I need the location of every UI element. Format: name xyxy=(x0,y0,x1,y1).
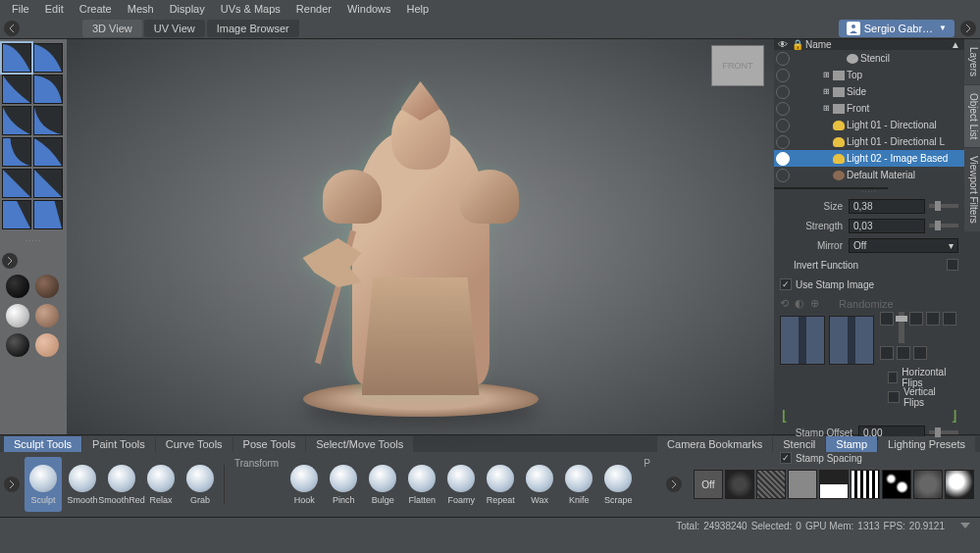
stamp-preset-3[interactable] xyxy=(788,470,817,499)
menu-create[interactable]: Create xyxy=(72,3,120,15)
tool-grab[interactable]: Grab xyxy=(181,457,219,512)
panel-grip[interactable]: ····· xyxy=(25,235,42,245)
tab-pose-tools[interactable]: Pose Tools xyxy=(233,436,306,452)
menu-help[interactable]: Help xyxy=(399,3,438,15)
stamp-scroll[interactable] xyxy=(666,477,682,492)
visibility-toggle[interactable] xyxy=(776,69,790,82)
menu-windows[interactable]: Windows xyxy=(339,3,399,15)
hflip-checkbox[interactable] xyxy=(888,372,898,383)
menu-file[interactable]: File xyxy=(4,3,37,15)
falloff-curve-10[interactable] xyxy=(33,169,63,198)
material-swatch-2[interactable] xyxy=(35,275,59,298)
tab-curve-tools[interactable]: Curve Tools xyxy=(156,436,232,452)
shelf-scroll-left[interactable] xyxy=(4,477,20,492)
tab-select-move-tools[interactable]: Select/Move Tools xyxy=(306,436,413,452)
material-swatch-5[interactable] xyxy=(6,333,29,357)
invert-checkbox[interactable] xyxy=(947,259,958,271)
visibility-toggle[interactable] xyxy=(776,52,790,66)
tab-image-browser[interactable]: Image Browser xyxy=(207,20,299,37)
tool-knife[interactable]: Knife xyxy=(560,457,597,512)
stamp-thumbnail-1[interactable] xyxy=(780,316,825,365)
stamp-flip-icon[interactable]: ◐ xyxy=(795,297,804,310)
tool-sculpt[interactable]: Sculpt xyxy=(25,457,62,512)
vflip-checkbox[interactable] xyxy=(888,391,900,403)
stamp-preset-2[interactable] xyxy=(756,470,786,499)
outliner-item-front[interactable]: ⊞Front xyxy=(774,100,964,117)
name-column-header[interactable]: Name xyxy=(805,39,832,50)
visibility-column-icon[interactable]: 👁 xyxy=(778,39,792,50)
visibility-toggle[interactable] xyxy=(776,169,790,182)
tab-lighting-presets[interactable]: Lighting Presets xyxy=(878,436,975,452)
outliner-item-light-01-directional[interactable]: Light 01 - Directional xyxy=(774,117,964,133)
stamp-rotate-icon[interactable]: ⟲ xyxy=(780,297,789,310)
falloff-curve-8[interactable] xyxy=(33,137,63,167)
visibility-toggle[interactable] xyxy=(776,119,790,132)
strength-slider[interactable] xyxy=(929,224,958,227)
visibility-toggle[interactable] xyxy=(776,152,790,166)
material-swatch-3[interactable] xyxy=(6,304,29,327)
strength-field[interactable]: 0,03 xyxy=(849,219,925,233)
tool-hook[interactable]: Hook xyxy=(285,457,323,512)
view-cube[interactable]: FRONT xyxy=(711,45,764,86)
menu-mesh[interactable]: Mesh xyxy=(120,3,162,15)
menu-uvs-maps[interactable]: UVs & Maps xyxy=(213,3,288,15)
size-field[interactable]: 0,38 xyxy=(849,199,925,214)
material-swatch-1[interactable] xyxy=(6,275,29,298)
falloff-curve-5[interactable] xyxy=(2,106,31,135)
stamp-ctrl-1[interactable] xyxy=(880,312,894,326)
scroll-up-icon[interactable]: ▲ xyxy=(951,39,960,50)
stamp-preset-1[interactable] xyxy=(725,470,754,499)
stamp-ctrl-5[interactable] xyxy=(880,346,894,360)
tool-smoothred[interactable]: SmoothRed xyxy=(103,457,140,512)
outliner-item-light-02-image-based[interactable]: Light 02 - Image Based xyxy=(774,150,964,167)
expand-icon[interactable]: ⊞ xyxy=(823,87,833,96)
materials-toggle[interactable] xyxy=(2,253,18,269)
falloff-curve-7[interactable] xyxy=(2,137,31,167)
resize-grip-icon[interactable] xyxy=(960,523,970,528)
stamp-ctrl-2[interactable] xyxy=(909,312,923,326)
tool-foamy[interactable]: Foamy xyxy=(442,457,480,512)
menu-edit[interactable]: Edit xyxy=(37,3,72,15)
visibility-toggle[interactable] xyxy=(776,85,790,99)
tab-stamp[interactable]: Stamp xyxy=(826,436,877,452)
tab-uv-view[interactable]: UV View xyxy=(144,20,205,37)
tab-stencil[interactable]: Stencil xyxy=(773,436,825,452)
tab-paint-tools[interactable]: Paint Tools xyxy=(82,436,155,452)
visibility-toggle[interactable] xyxy=(776,135,790,149)
stamp-thumbnail-2[interactable] xyxy=(829,316,874,365)
menu-display[interactable]: Display xyxy=(162,3,213,15)
stamp-ctrl-6[interactable] xyxy=(897,346,910,360)
stamp-preset-6[interactable] xyxy=(882,470,911,499)
menu-render[interactable]: Render xyxy=(288,3,339,15)
falloff-curve-6[interactable] xyxy=(33,106,63,135)
stamp-spacing-checkbox[interactable] xyxy=(780,452,792,464)
3d-viewport[interactable]: FRONT xyxy=(67,39,774,434)
material-swatch-4[interactable] xyxy=(35,304,59,327)
visibility-toggle[interactable] xyxy=(776,102,790,116)
outliner-item-light-01-directional-l[interactable]: Light 01 - Directional L xyxy=(774,133,964,150)
outliner-item-side[interactable]: ⊞Side xyxy=(774,83,964,100)
stamp-preset-4[interactable] xyxy=(819,470,849,499)
stamp-off[interactable]: Off xyxy=(694,470,723,499)
falloff-curve-9[interactable] xyxy=(2,169,31,198)
falloff-curve-4[interactable] xyxy=(33,75,63,104)
outliner-item-top[interactable]: ⊞Top xyxy=(774,67,964,83)
stamp-ctrl-7[interactable] xyxy=(913,346,927,360)
right-panel-toggle[interactable] xyxy=(960,21,976,36)
tool-smooth[interactable]: Smooth xyxy=(64,457,101,512)
falloff-curve-11[interactable] xyxy=(2,200,31,229)
falloff-curve-2[interactable] xyxy=(33,43,63,73)
stamp-preset-5[interactable] xyxy=(851,470,880,499)
expand-icon[interactable]: ⊞ xyxy=(823,71,833,79)
stamp-preset-8[interactable] xyxy=(945,470,974,499)
mirror-select[interactable]: Off▾ xyxy=(849,238,958,253)
tool-scrape[interactable]: Scrape xyxy=(599,457,637,512)
tool-flatten[interactable]: Flatten xyxy=(403,457,440,512)
stamp-ctrl-4[interactable] xyxy=(943,312,956,326)
stamp-offset-slider[interactable] xyxy=(929,430,958,434)
stamp-reset-icon[interactable]: ⊕ xyxy=(810,297,819,310)
stamp-vslider[interactable] xyxy=(899,312,904,343)
lock-column-icon[interactable]: 🔒 xyxy=(792,39,805,50)
outliner-item-stencil[interactable]: Stencil xyxy=(774,50,964,67)
stamp-preset-7[interactable] xyxy=(913,470,943,499)
